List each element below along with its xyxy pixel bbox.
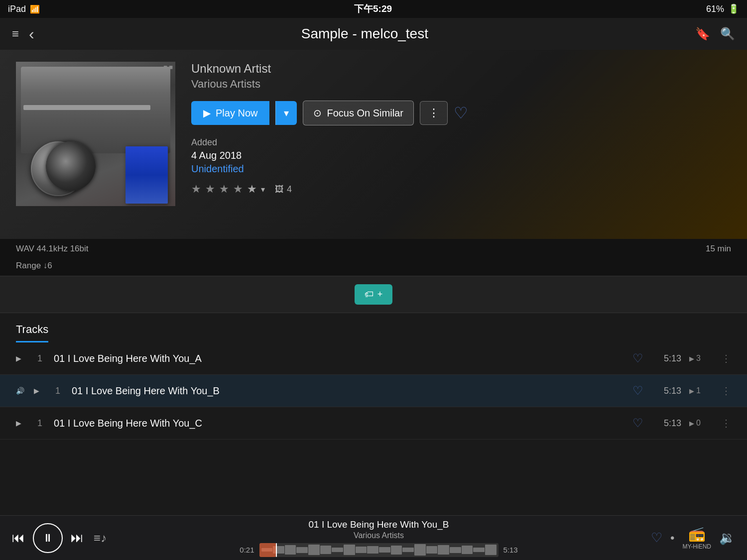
player-artist: Various Artists: [117, 531, 641, 540]
waveform-bar: [414, 544, 426, 556]
photo-icon: 🖼: [275, 184, 284, 195]
track-more-1[interactable]: ⋮: [721, 352, 731, 364]
waveform-bar: [450, 547, 461, 553]
player-total-time: 5:13: [503, 546, 518, 554]
tag-icon: 🏷: [365, 289, 374, 300]
status-right: 61% 🔋: [706, 3, 739, 14]
track-duration-2: 5:13: [651, 386, 681, 396]
device-icon: 📻: [688, 526, 706, 542]
player-dot-icon[interactable]: •: [670, 531, 674, 545]
top-nav-right: 🔖 🔍: [695, 27, 735, 41]
player-controls: ⏮ ⏸ ⏭: [12, 523, 84, 553]
waveform-bar: [379, 547, 390, 553]
track-duration-3: 5:13: [651, 418, 681, 429]
added-date: 4 Aug 2018: [191, 150, 731, 161]
pause-button[interactable]: ⏸: [33, 523, 63, 553]
tag-section: 🏷 +: [0, 276, 747, 313]
focus-label: Focus On Similar: [327, 108, 403, 119]
progress-bar[interactable]: [259, 543, 498, 557]
track-name-3: 01 I Love Being Here With You_C: [54, 418, 624, 429]
battery-icon: 🔋: [728, 3, 739, 14]
track-more-2[interactable]: ⋮: [721, 385, 731, 397]
play-count-icon-1: ▶: [689, 355, 694, 362]
track-heart-2[interactable]: ♡: [632, 384, 643, 398]
added-label: Added: [191, 137, 731, 148]
track-plays-2: ▶1: [689, 386, 713, 395]
next-track-button[interactable]: ⏭: [71, 530, 84, 546]
back-icon[interactable]: ‹: [29, 25, 34, 43]
more-options-button[interactable]: ⋮: [420, 101, 448, 125]
player-progress-row: 0:21: [117, 543, 641, 557]
track-name-2: 01 I Love Being Here With You_B: [72, 385, 624, 397]
play-now-button[interactable]: ▶ Play Now: [191, 101, 269, 125]
status-bar: iPad 📶 下午5:29 61% 🔋: [0, 0, 747, 18]
track-heart-3[interactable]: ♡: [632, 416, 643, 430]
star-1[interactable]: ★: [191, 183, 201, 196]
player-bar: ⏮ ⏸ ⏭ ≡♪ 01 I Love Being Here With You_B…: [0, 515, 747, 560]
status-left: iPad 📶: [8, 4, 40, 14]
track-plays-1: ▶3: [689, 354, 713, 363]
album-duration: 15 min: [706, 244, 731, 254]
star-2[interactable]: ★: [205, 183, 215, 196]
track-heart-1[interactable]: ♡: [632, 351, 643, 365]
star-row: ★ ★ ★ ★ ★ ▾ 🖼 4: [191, 183, 731, 196]
player-device-selector[interactable]: 📻 MY-HiEND: [682, 526, 711, 550]
track-number-3: 1: [34, 418, 46, 429]
ipad-label: iPad: [8, 4, 26, 14]
track-row[interactable]: 🔊 ▶ 1 01 I Love Being Here With You_B ♡ …: [0, 375, 747, 407]
star-3[interactable]: ★: [219, 183, 229, 196]
ellipsis-vertical-icon: ⋮: [428, 107, 439, 119]
focus-similar-button[interactable]: ⊙ Focus On Similar: [303, 101, 413, 125]
status-time: 下午5:29: [354, 2, 392, 15]
audio-format: WAV 44.1kHz 16bit: [16, 244, 89, 254]
track-row[interactable]: ▶ 1 01 I Love Being Here With You_C ♡ 5:…: [0, 407, 747, 440]
waveform-bar: [332, 548, 343, 553]
track-more-3[interactable]: ⋮: [721, 417, 731, 429]
star-5[interactable]: ★: [247, 183, 257, 196]
waveform-bar: [344, 545, 355, 555]
play-now-label: Play Now: [216, 108, 257, 119]
volume-button[interactable]: 🔉: [719, 530, 735, 546]
waveform-display: [259, 543, 498, 557]
wifi-icon: 📶: [30, 4, 40, 14]
prev-track-button[interactable]: ⏮: [12, 530, 25, 546]
unidentified-link[interactable]: Unidentified: [191, 163, 731, 175]
album-header: ◼ ◼ Unknown Artist Various Artists ▶ Pla…: [0, 50, 747, 239]
tracks-tab[interactable]: Tracks: [16, 323, 48, 342]
track-speaker-icon: 🔊: [16, 387, 26, 395]
battery-percent: 61%: [706, 4, 724, 14]
track-play-icon-1[interactable]: ▶: [16, 354, 26, 362]
search-icon[interactable]: 🔍: [720, 27, 735, 41]
bookmark-icon[interactable]: 🔖: [695, 27, 710, 41]
menu-icon[interactable]: ≡: [12, 27, 19, 41]
track-play-icon-3[interactable]: ▶: [16, 419, 26, 427]
tag-label: +: [377, 289, 383, 300]
add-tag-button[interactable]: 🏷 +: [355, 284, 393, 305]
track-play-icon-2[interactable]: ▶: [34, 387, 44, 395]
track-plays-3: ▶0: [689, 419, 713, 428]
pause-icon: ⏸: [42, 532, 53, 545]
photo-count[interactable]: 🖼 4: [275, 184, 292, 195]
track-row[interactable]: ▶ 1 01 I Love Being Here With You_A ♡ 5:…: [0, 342, 747, 375]
cd-player-image: ◼ ◼: [16, 62, 175, 206]
queue-icon[interactable]: ≡♪: [94, 531, 107, 545]
track-number-2: 1: [52, 386, 64, 396]
waveform-bar: [285, 545, 296, 555]
album-artist: Unknown Artist: [191, 62, 731, 76]
focus-icon: ⊙: [313, 107, 322, 119]
album-range: Range ↓6: [16, 261, 52, 270]
photo-count-number: 4: [287, 184, 292, 195]
track-duration-1: 5:13: [651, 353, 681, 364]
player-right: ♡ • 📻 MY-HiEND 🔉: [651, 526, 735, 550]
player-heart-button[interactable]: ♡: [651, 530, 662, 546]
heart-icon: ♡: [454, 104, 468, 122]
star-4[interactable]: ★: [233, 183, 243, 196]
waveform-bar: [308, 545, 320, 556]
play-dropdown-button[interactable]: ▾: [275, 101, 297, 125]
waveform-bar: [391, 546, 402, 555]
player-track-info: 01 I Love Being Here With You_B Various …: [117, 519, 641, 557]
play-count-icon-2: ▶: [689, 387, 694, 395]
player-track-name: 01 I Love Being Here With You_B: [117, 519, 641, 530]
rating-dropdown-icon[interactable]: ▾: [261, 185, 265, 194]
favorite-button[interactable]: ♡: [454, 104, 468, 122]
